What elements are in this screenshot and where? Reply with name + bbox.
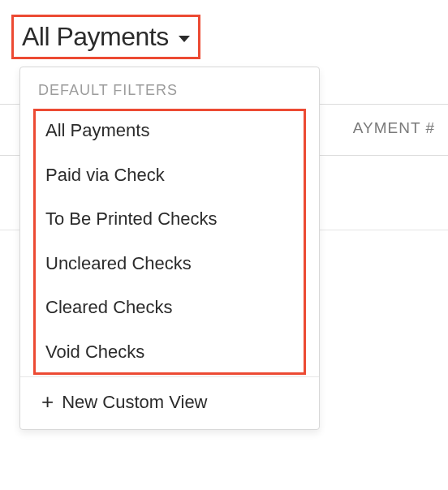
filter-option-void-checks[interactable]: Void Checks [36, 330, 304, 372]
column-header-payment: AYMENT # [353, 119, 435, 137]
default-filters-group: All Payments Paid via Check To Be Printe… [33, 109, 306, 375]
filter-dropdown-trigger[interactable]: All Payments [11, 15, 200, 59]
new-custom-view-button[interactable]: + New Custom View [20, 377, 319, 429]
new-custom-view-label: New Custom View [62, 392, 207, 413]
caret-down-icon [179, 36, 190, 42]
filter-option-cleared-checks[interactable]: Cleared Checks [36, 286, 304, 330]
filter-dropdown-label: All Payments [22, 22, 169, 52]
filter-option-all-payments[interactable]: All Payments [36, 111, 304, 153]
filter-option-paid-via-check[interactable]: Paid via Check [36, 153, 304, 198]
filter-dropdown-panel: DEFAULT FILTERS All Payments Paid via Ch… [19, 67, 320, 430]
filter-option-uncleared-checks[interactable]: Uncleared Checks [36, 242, 304, 286]
plus-icon: + [41, 393, 54, 410]
dropdown-section-header: DEFAULT FILTERS [20, 67, 319, 109]
filter-option-to-be-printed-checks[interactable]: To Be Printed Checks [36, 197, 304, 242]
